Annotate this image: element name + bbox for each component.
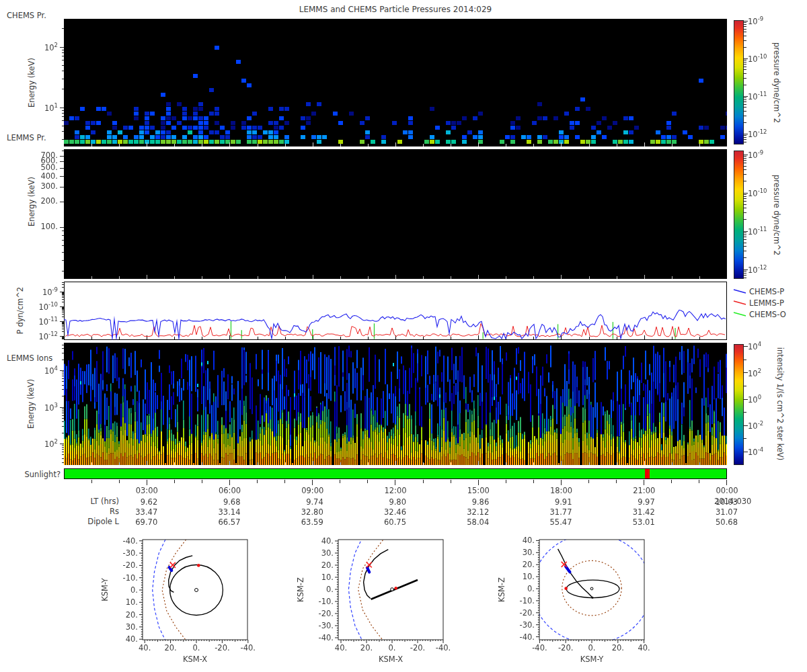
axis-minor-tick-mark [744,60,746,60]
axis-minor-tick-mark [744,163,746,163]
axis-tick-label: 10-9 [748,15,763,26]
time-axis-tick-mark [174,480,175,483]
ephemeris-rs-value: 33.14 [200,507,240,517]
axis-minor-tick-mark [744,273,746,274]
time-axis-tick-mark [561,480,562,485]
ephemeris-rs-value: 33.47 [117,507,157,517]
axis-major-tick-mark [60,108,64,108]
ephemeris-lt-value: 9.86 [449,497,489,507]
saturn-symbol [391,588,394,591]
axis-minor-tick-mark [744,107,746,108]
axis-minor-tick-mark [744,235,746,235]
axis-minor-tick-mark [744,360,746,360]
axis-minor-tick-mark [744,198,746,199]
axis-minor-tick-mark [744,73,746,74]
axis-minor-tick-mark [744,62,746,62]
time-axis-tick-mark [257,480,258,483]
bow-shock-path [348,540,361,639]
y-axis-tick-label: -20. [123,560,138,570]
tick-exponent-label: 102 [44,439,58,449]
axis-minor-tick-mark [744,137,746,138]
axis-minor-tick-mark [744,24,746,25]
time-axis-tick-mark [312,480,313,485]
axis-tick-label: 10-4 [748,446,763,457]
axis-minor-tick-mark [744,212,746,213]
x-axis-tick-label: -40. [436,643,451,653]
axis-minor-tick-mark [62,385,65,386]
axis-minor-tick-mark [62,89,65,89]
axis-minor-tick-mark [62,372,65,372]
saturn-symbol [590,587,593,590]
axis-minor-tick-mark [744,196,746,197]
axis-major-tick-mark [60,370,64,371]
axis-minor-tick-mark [744,219,746,220]
axis-minor-tick-mark [744,275,746,276]
axis-minor-tick-mark [62,245,65,246]
tick-exponent-label: 10-11 [748,227,767,237]
axis-minor-tick-mark [62,447,65,448]
x-axis-tick-label: -20. [410,643,425,653]
axis-minor-tick-mark [744,208,746,208]
red-dot-marker [394,587,397,590]
axis-minor-tick-mark [744,278,746,278]
y-axis-tick-label: 0. [130,585,138,595]
axis-major-tick-mark [60,187,64,187]
axis-minor-tick-mark [62,411,65,411]
axis-tick-label: 10-11 [748,226,767,237]
tick-exponent-label: 10-9 [748,151,763,160]
y-axis-tick-label: 30. [126,622,138,632]
axis-minor-tick-mark [62,110,65,111]
axis-minor-tick-mark [62,418,65,419]
orbit-plot-ksm-z-vs-ksm-y: -40.-20.0.20.40.40.30.20.10.0.-10.-20.-3… [486,530,658,669]
ephemeris-rs-value: 31.77 [531,507,572,517]
time-axis-tick-mark [671,480,672,483]
axis-minor-tick-mark [62,294,65,295]
axis-tick-label: 10-11 [748,91,767,101]
axis-minor-tick-mark [62,284,65,285]
axis-minor-tick-mark [744,156,746,157]
axis-tick-label: 102 [19,42,58,52]
axis-minor-tick-mark [62,413,65,413]
particle-pressures-figure: LEMMS and CHEMS Particle Pressures 2014:… [0,0,807,672]
tick-exponent-label: 10-12 [38,332,58,341]
axis-minor-tick-mark [62,131,65,132]
axis-minor-tick-mark [62,353,65,353]
tick-exponent-label: 104 [44,366,58,376]
orbit-plot-ksm-z-vs-ksm-x: 40.20.0.-20.-40.40.30.20.10.0.-10.-20.-3… [284,530,457,669]
axis-minor-tick-mark [744,67,746,67]
axis-minor-tick-mark [62,314,65,314]
ephemeris-lt-value: 9.97 [615,497,655,507]
tick-exponent-label: 10-10 [748,54,767,64]
y-axis-tick-label: 30. [321,548,334,558]
axis-tick-label: 101 [19,102,58,113]
y-axis-title: KSM-Y [100,577,110,601]
y-axis-tick-label: -20. [520,608,535,618]
axis-minor-tick-mark [744,194,746,195]
axis-minor-tick-mark [744,142,746,142]
tick-exponent-label: 100 [748,395,761,405]
axis-minor-tick-mark [744,29,746,30]
time-axis-tick-mark [478,480,479,485]
axis-minor-tick-mark [62,345,65,345]
ephemeris-dipole-l-value: 69.70 [117,517,157,527]
y-axis-tick-label: 40. [126,634,138,644]
axis-minor-tick-mark [62,302,65,302]
x-axis-tick-label: -40. [532,643,547,653]
axis-minor-tick-mark [62,116,65,117]
ephemeris-lt-value: 9.74 [283,497,323,507]
axis-major-tick-mark [60,156,64,157]
ephemeris-dipole-l-value: 53.01 [615,517,655,527]
axis-minor-tick-mark [744,64,746,65]
time-axis-tick-mark [506,480,506,483]
red-dot-marker [197,564,200,567]
axis-minor-tick-mark [744,78,746,79]
time-axis-hour-label: 18:00 [541,486,581,495]
axis-tick-label: 102 [19,439,58,450]
ephemeris-rs-value: 32.46 [366,507,406,517]
axis-minor-tick-mark [744,69,746,70]
axis-minor-tick-mark [62,339,65,339]
axis-minor-tick-mark [744,104,746,105]
ephemeris-dipole-l-value: 58.04 [449,517,489,527]
axis-minor-tick-mark [62,445,65,446]
axis-tick-label: 10-10 [19,301,58,312]
